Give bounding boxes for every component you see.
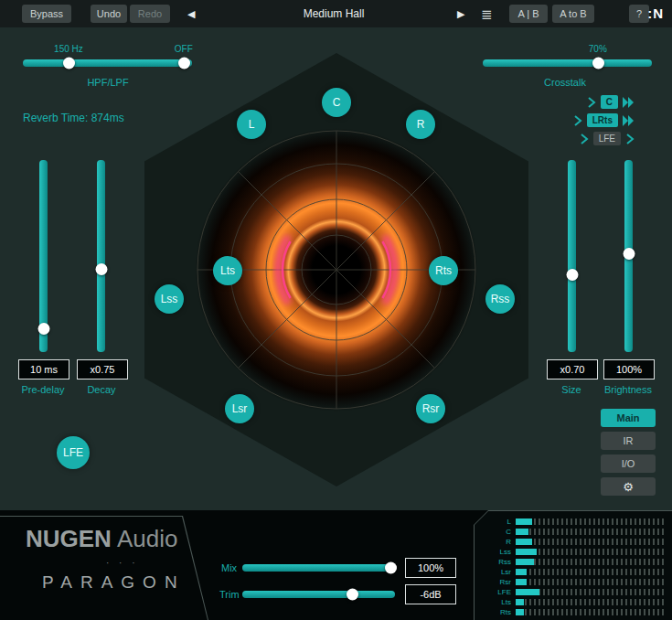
channel-node-lts[interactable]: Lts (213, 256, 242, 285)
size-label: Size (561, 384, 581, 395)
mix-value[interactable]: 100% (405, 558, 456, 578)
meter-channel-label: R (475, 538, 516, 546)
pre-delay-label: Pre-delay (21, 384, 64, 395)
meter-bar (516, 599, 667, 605)
meter-bar (516, 579, 667, 585)
help-button[interactable]: ? (629, 5, 649, 23)
reverb-time-readout: Reverb Time: 874ms (23, 112, 124, 124)
trim-value[interactable]: -6dB (405, 584, 456, 604)
routing-matrix: CLRtsLFE (538, 93, 636, 148)
pre-delay-handle[interactable] (37, 323, 49, 335)
crosstalk-track[interactable] (483, 59, 652, 67)
brand-name-light: Audio (117, 525, 178, 552)
channel-node-lss[interactable]: Lss (155, 284, 184, 314)
channel-node-rss[interactable]: Rss (485, 284, 515, 314)
meter-bar (516, 609, 667, 615)
routing-row-c: C (538, 93, 636, 111)
meter-bar (516, 518, 667, 525)
tab-ir[interactable]: IR (601, 432, 656, 450)
redo-button[interactable]: Redo (130, 5, 170, 23)
crosstalk-value: 70% (589, 44, 607, 54)
lpf-handle[interactable] (178, 58, 190, 69)
channel-node-rts[interactable]: Rts (429, 256, 458, 285)
meter-channel-label: Lsr (475, 568, 516, 576)
meter-bar (516, 539, 667, 545)
lpf-high-label: OFF (175, 44, 193, 54)
routing-button-lrts[interactable]: LRts (587, 113, 618, 127)
meter-row-rts: Rts (475, 607, 667, 617)
chevron-in-icon[interactable] (580, 134, 589, 144)
footer-panel: NUGENAudio · · · PARAGON Mix 100% Trim -… (0, 510, 672, 620)
trim-handle[interactable] (347, 589, 358, 601)
paragon-plugin-window: Bypass Undo Redo ◀ Medium Hall ▶ ≣ A | B… (0, 0, 672, 620)
meter-channel-label: LFE (475, 588, 516, 596)
crosstalk-handle[interactable] (592, 58, 604, 69)
size-track[interactable] (568, 160, 576, 352)
chevron-out-icon[interactable] (623, 97, 635, 108)
routing-row-lrts: LRts (538, 112, 636, 129)
meter-channel-label: Rss (475, 558, 516, 566)
decay-label: Decay (87, 384, 115, 395)
trim-track[interactable] (242, 591, 395, 598)
tab-io[interactable]: I/O (601, 454, 656, 473)
meter-bar (516, 529, 667, 535)
decay-handle[interactable] (95, 263, 107, 275)
size-handle[interactable] (566, 269, 578, 281)
trim-label: Trim (219, 589, 240, 600)
brightness-handle[interactable] (623, 248, 635, 260)
routing-button-c[interactable]: C (601, 95, 618, 109)
ab-compare-button[interactable]: A | B (509, 5, 548, 23)
routing-button-lfe[interactable]: LFE (593, 132, 621, 145)
preset-prev-icon[interactable]: ◀ (187, 0, 195, 27)
channel-node-lsr[interactable]: Lsr (225, 394, 254, 423)
hpf-handle[interactable] (63, 58, 75, 69)
chevron-out-icon[interactable] (625, 134, 635, 144)
brightness-value[interactable]: 100% (603, 359, 655, 379)
nugen-logo-icon: :N (647, 0, 664, 27)
hpf-lpf-track[interactable] (23, 59, 192, 67)
product-name: PARAGON (42, 572, 186, 593)
meter-channel-label: Lss (475, 548, 516, 556)
hpf-low-label: 150 Hz (54, 44, 83, 54)
preset-name[interactable]: Medium Hall (229, 0, 439, 27)
decay-value[interactable]: x0.75 (77, 359, 128, 379)
pre-delay-value[interactable]: 10 ms (18, 359, 69, 379)
meter-bar (516, 589, 667, 595)
bypass-button[interactable]: Bypass (22, 5, 71, 23)
preset-list-icon[interactable]: ≣ (475, 0, 498, 27)
chevron-in-icon[interactable] (573, 115, 582, 126)
meter-row-r: R (475, 537, 667, 547)
tab-main[interactable]: Main (601, 409, 656, 427)
chevron-in-icon[interactable] (587, 97, 596, 108)
chevron-out-icon[interactable] (623, 115, 635, 126)
pre-delay-track[interactable] (39, 160, 48, 352)
meter-channel-label: C (475, 528, 516, 536)
meter-bar (516, 559, 667, 565)
a-to-b-button[interactable]: A to B (552, 5, 594, 23)
preset-next-icon[interactable]: ▶ (457, 0, 464, 27)
meter-channel-label: L (475, 518, 516, 526)
mix-label: Mix (221, 562, 237, 573)
size-value[interactable]: x0.70 (547, 359, 598, 379)
channel-node-lfe[interactable]: LFE (57, 436, 90, 469)
channel-node-c[interactable]: C (322, 88, 351, 117)
decay-track[interactable] (97, 160, 105, 352)
channel-node-r[interactable]: R (406, 110, 435, 139)
meter-bar (516, 569, 667, 575)
hpf-lpf-caption: HPF/LPF (87, 77, 128, 88)
meter-row-rss: Rss (475, 557, 667, 567)
meter-row-lss: Lss (475, 547, 667, 557)
settings-gear-icon[interactable]: ⚙ (601, 477, 656, 496)
routing-row-lfe: LFE (538, 130, 636, 147)
meter-row-rsr: Rsr (475, 577, 667, 587)
brightness-track[interactable] (624, 160, 633, 352)
meter-row-l: L (475, 517, 667, 527)
crosstalk-group: 70% Crosstalk (483, 44, 652, 95)
brightness-label: Brightness (604, 384, 652, 395)
mix-handle[interactable] (385, 562, 397, 574)
undo-button[interactable]: Undo (91, 5, 127, 23)
channel-node-rsr[interactable]: Rsr (416, 394, 445, 423)
mix-track[interactable] (242, 564, 395, 572)
channel-node-l[interactable]: L (237, 110, 266, 139)
brand-dots: · · · (106, 558, 139, 568)
